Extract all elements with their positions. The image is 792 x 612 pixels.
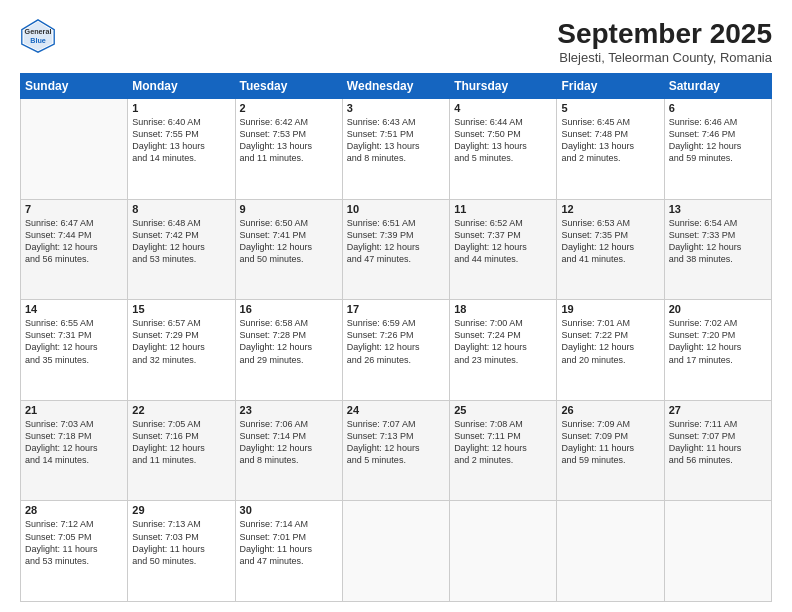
table-row: 9Sunrise: 6:50 AMSunset: 7:41 PMDaylight… (235, 199, 342, 300)
cell-content: Sunrise: 7:13 AMSunset: 7:03 PMDaylight:… (132, 518, 230, 567)
calendar-week-row: 7Sunrise: 6:47 AMSunset: 7:44 PMDaylight… (21, 199, 772, 300)
location: Blejesti, Teleorman County, Romania (557, 50, 772, 65)
day-number: 19 (561, 303, 659, 315)
cell-content: Sunrise: 6:54 AMSunset: 7:33 PMDaylight:… (669, 217, 767, 266)
day-number: 7 (25, 203, 123, 215)
col-thursday: Thursday (450, 74, 557, 99)
svg-text:Blue: Blue (30, 36, 46, 45)
day-number: 13 (669, 203, 767, 215)
table-row: 30Sunrise: 7:14 AMSunset: 7:01 PMDayligh… (235, 501, 342, 602)
col-wednesday: Wednesday (342, 74, 449, 99)
cell-content: Sunrise: 6:52 AMSunset: 7:37 PMDaylight:… (454, 217, 552, 266)
calendar-week-row: 14Sunrise: 6:55 AMSunset: 7:31 PMDayligh… (21, 300, 772, 401)
day-number: 26 (561, 404, 659, 416)
cell-content: Sunrise: 6:45 AMSunset: 7:48 PMDaylight:… (561, 116, 659, 165)
cell-content: Sunrise: 6:40 AMSunset: 7:55 PMDaylight:… (132, 116, 230, 165)
day-number: 11 (454, 203, 552, 215)
table-row: 4Sunrise: 6:44 AMSunset: 7:50 PMDaylight… (450, 99, 557, 200)
title-block: September 2025 Blejesti, Teleorman Count… (557, 18, 772, 65)
calendar-week-row: 1Sunrise: 6:40 AMSunset: 7:55 PMDaylight… (21, 99, 772, 200)
cell-content: Sunrise: 7:09 AMSunset: 7:09 PMDaylight:… (561, 418, 659, 467)
table-row: 5Sunrise: 6:45 AMSunset: 7:48 PMDaylight… (557, 99, 664, 200)
day-number: 22 (132, 404, 230, 416)
svg-text:General: General (25, 27, 52, 36)
cell-content: Sunrise: 7:12 AMSunset: 7:05 PMDaylight:… (25, 518, 123, 567)
table-row: 19Sunrise: 7:01 AMSunset: 7:22 PMDayligh… (557, 300, 664, 401)
cell-content: Sunrise: 6:58 AMSunset: 7:28 PMDaylight:… (240, 317, 338, 366)
table-row: 24Sunrise: 7:07 AMSunset: 7:13 PMDayligh… (342, 400, 449, 501)
table-row: 20Sunrise: 7:02 AMSunset: 7:20 PMDayligh… (664, 300, 771, 401)
day-number: 24 (347, 404, 445, 416)
day-number: 10 (347, 203, 445, 215)
table-row: 12Sunrise: 6:53 AMSunset: 7:35 PMDayligh… (557, 199, 664, 300)
day-number: 29 (132, 504, 230, 516)
table-row (342, 501, 449, 602)
day-number: 17 (347, 303, 445, 315)
month-title: September 2025 (557, 18, 772, 50)
cell-content: Sunrise: 6:42 AMSunset: 7:53 PMDaylight:… (240, 116, 338, 165)
day-number: 18 (454, 303, 552, 315)
cell-content: Sunrise: 7:14 AMSunset: 7:01 PMDaylight:… (240, 518, 338, 567)
day-number: 25 (454, 404, 552, 416)
cell-content: Sunrise: 6:59 AMSunset: 7:26 PMDaylight:… (347, 317, 445, 366)
day-number: 16 (240, 303, 338, 315)
table-row: 26Sunrise: 7:09 AMSunset: 7:09 PMDayligh… (557, 400, 664, 501)
calendar-table: Sunday Monday Tuesday Wednesday Thursday… (20, 73, 772, 602)
day-number: 14 (25, 303, 123, 315)
day-number: 8 (132, 203, 230, 215)
table-row (664, 501, 771, 602)
table-row: 13Sunrise: 6:54 AMSunset: 7:33 PMDayligh… (664, 199, 771, 300)
day-number: 1 (132, 102, 230, 114)
cell-content: Sunrise: 7:07 AMSunset: 7:13 PMDaylight:… (347, 418, 445, 467)
day-number: 30 (240, 504, 338, 516)
cell-content: Sunrise: 6:43 AMSunset: 7:51 PMDaylight:… (347, 116, 445, 165)
day-number: 6 (669, 102, 767, 114)
logo-icon: General Blue (20, 18, 56, 54)
cell-content: Sunrise: 6:50 AMSunset: 7:41 PMDaylight:… (240, 217, 338, 266)
cell-content: Sunrise: 6:47 AMSunset: 7:44 PMDaylight:… (25, 217, 123, 266)
table-row: 21Sunrise: 7:03 AMSunset: 7:18 PMDayligh… (21, 400, 128, 501)
cell-content: Sunrise: 7:02 AMSunset: 7:20 PMDaylight:… (669, 317, 767, 366)
cell-content: Sunrise: 7:01 AMSunset: 7:22 PMDaylight:… (561, 317, 659, 366)
col-friday: Friday (557, 74, 664, 99)
table-row: 25Sunrise: 7:08 AMSunset: 7:11 PMDayligh… (450, 400, 557, 501)
table-row: 8Sunrise: 6:48 AMSunset: 7:42 PMDaylight… (128, 199, 235, 300)
cell-content: Sunrise: 7:08 AMSunset: 7:11 PMDaylight:… (454, 418, 552, 467)
col-monday: Monday (128, 74, 235, 99)
table-row: 1Sunrise: 6:40 AMSunset: 7:55 PMDaylight… (128, 99, 235, 200)
table-row: 6Sunrise: 6:46 AMSunset: 7:46 PMDaylight… (664, 99, 771, 200)
col-saturday: Saturday (664, 74, 771, 99)
table-row: 27Sunrise: 7:11 AMSunset: 7:07 PMDayligh… (664, 400, 771, 501)
table-row: 2Sunrise: 6:42 AMSunset: 7:53 PMDaylight… (235, 99, 342, 200)
cell-content: Sunrise: 7:00 AMSunset: 7:24 PMDaylight:… (454, 317, 552, 366)
table-row: 11Sunrise: 6:52 AMSunset: 7:37 PMDayligh… (450, 199, 557, 300)
table-row: 22Sunrise: 7:05 AMSunset: 7:16 PMDayligh… (128, 400, 235, 501)
day-number: 28 (25, 504, 123, 516)
cell-content: Sunrise: 6:44 AMSunset: 7:50 PMDaylight:… (454, 116, 552, 165)
table-row: 18Sunrise: 7:00 AMSunset: 7:24 PMDayligh… (450, 300, 557, 401)
table-row: 23Sunrise: 7:06 AMSunset: 7:14 PMDayligh… (235, 400, 342, 501)
table-row: 7Sunrise: 6:47 AMSunset: 7:44 PMDaylight… (21, 199, 128, 300)
cell-content: Sunrise: 6:55 AMSunset: 7:31 PMDaylight:… (25, 317, 123, 366)
day-number: 21 (25, 404, 123, 416)
table-row: 10Sunrise: 6:51 AMSunset: 7:39 PMDayligh… (342, 199, 449, 300)
day-number: 5 (561, 102, 659, 114)
cell-content: Sunrise: 6:46 AMSunset: 7:46 PMDaylight:… (669, 116, 767, 165)
day-number: 9 (240, 203, 338, 215)
cell-content: Sunrise: 6:53 AMSunset: 7:35 PMDaylight:… (561, 217, 659, 266)
calendar-week-row: 21Sunrise: 7:03 AMSunset: 7:18 PMDayligh… (21, 400, 772, 501)
day-number: 3 (347, 102, 445, 114)
calendar-header-row: Sunday Monday Tuesday Wednesday Thursday… (21, 74, 772, 99)
cell-content: Sunrise: 6:48 AMSunset: 7:42 PMDaylight:… (132, 217, 230, 266)
logo: General Blue (20, 18, 56, 54)
cell-content: Sunrise: 7:05 AMSunset: 7:16 PMDaylight:… (132, 418, 230, 467)
cell-content: Sunrise: 6:57 AMSunset: 7:29 PMDaylight:… (132, 317, 230, 366)
table-row: 17Sunrise: 6:59 AMSunset: 7:26 PMDayligh… (342, 300, 449, 401)
day-number: 20 (669, 303, 767, 315)
day-number: 12 (561, 203, 659, 215)
table-row: 28Sunrise: 7:12 AMSunset: 7:05 PMDayligh… (21, 501, 128, 602)
table-row: 15Sunrise: 6:57 AMSunset: 7:29 PMDayligh… (128, 300, 235, 401)
day-number: 23 (240, 404, 338, 416)
table-row: 29Sunrise: 7:13 AMSunset: 7:03 PMDayligh… (128, 501, 235, 602)
day-number: 27 (669, 404, 767, 416)
